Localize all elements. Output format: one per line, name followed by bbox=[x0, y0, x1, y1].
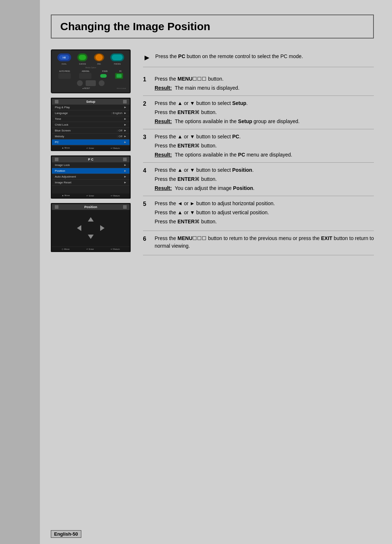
menu-auto-adjust: Auto Adjustment ► bbox=[52, 174, 130, 180]
setup-menu-header: Setup bbox=[52, 99, 130, 105]
step-3-result: Result: The options available in the PC … bbox=[155, 151, 374, 159]
reset-row: ● RESET BN59-00404A bbox=[54, 87, 127, 89]
step-4: 4 Press the ▲ or ▼ button to select Posi… bbox=[143, 163, 374, 196]
s-mode-button bbox=[77, 53, 87, 61]
menu-blue-screen: Blue Screen : Off ► bbox=[52, 128, 130, 134]
step-2-main2: Press the ENTER⌘ button. bbox=[155, 109, 374, 116]
step-2-content: Press the ▲ or ▼ button to select Setup.… bbox=[155, 100, 374, 125]
step-4-main2: Press the ENTER⌘ button. bbox=[155, 175, 374, 183]
pc-menu-footer: ▲ Move ↵ Enter ↩ Return bbox=[52, 194, 130, 198]
step-2-result: Result: The options available in the Set… bbox=[155, 118, 374, 125]
intro-text: Press the PC button on the remote contro… bbox=[155, 53, 303, 60]
step-3: 3 Press the ▲ or ▼ button to select PC. … bbox=[143, 129, 374, 163]
step-2-result-text: The options available in the Setup group… bbox=[175, 118, 374, 125]
arrow-right-icon bbox=[100, 225, 105, 231]
step-2-result-label: Result: bbox=[155, 118, 172, 125]
arrow-down-icon bbox=[88, 235, 94, 239]
title-box: Changing the Image Position bbox=[51, 15, 374, 38]
product-code: BN59-00404A bbox=[117, 88, 126, 89]
main-content: Changing the Image Position I·II bbox=[40, 0, 392, 544]
pc-menu-header: P C bbox=[52, 157, 130, 162]
position-arrows-area bbox=[52, 210, 130, 246]
3ng-button bbox=[94, 53, 104, 61]
reset-label: ● RESET bbox=[82, 87, 90, 89]
step-6-main: Press the MENU☐☐☐ button to return to th… bbox=[155, 235, 374, 250]
two-col-layout: I·II DUAL S.MODE 3NG P.MOD bbox=[51, 49, 374, 255]
small-icon-row bbox=[54, 80, 127, 86]
page-title: Changing the Image Position bbox=[60, 20, 210, 32]
remote-control-image: I·II DUAL S.MODE 3NG P.MOD bbox=[51, 49, 131, 93]
step-1: 1 Press the MENU☐☐☐ button. Result: The … bbox=[143, 72, 374, 96]
right-col-instructions: ► Press the PC button on the remote cont… bbox=[143, 49, 374, 255]
menu-language: Language : English ► bbox=[52, 110, 130, 116]
step-3-num: 3 bbox=[143, 133, 150, 159]
step-1-main: Press the MENU☐☐☐ button. bbox=[155, 75, 374, 83]
step-4-num: 4 bbox=[143, 166, 150, 192]
setup-menu-footer: ▲ Move ↵ Enter ↩ Return bbox=[52, 146, 130, 150]
arrow-left-icon bbox=[77, 225, 81, 231]
page-footer: English-50 bbox=[40, 531, 81, 537]
second-row-labels: AUTO PROG ADD/DEL P.SIZE PC bbox=[54, 70, 127, 72]
menu-melody: Melody : Off ► bbox=[52, 134, 130, 139]
step-3-result-text: The options available in the PC menu are… bbox=[175, 151, 374, 159]
step-4-result-label: Result: bbox=[155, 184, 172, 192]
page-number: English-50 bbox=[51, 530, 81, 538]
menu-position-item: Position ► bbox=[52, 168, 130, 174]
step-2-num: 2 bbox=[143, 100, 150, 125]
step-3-result-label: Result: bbox=[155, 151, 172, 159]
step-5-num: 5 bbox=[143, 200, 150, 227]
step-3-content: Press the ▲ or ▼ button to select PC. Pr… bbox=[155, 133, 374, 159]
intro-step: ► Press the PC button on the remote cont… bbox=[143, 49, 374, 67]
position-screen: Position ◇ Move bbox=[51, 203, 131, 252]
step-1-result-text: The main menu is displayed. bbox=[175, 84, 374, 92]
step-5: 5 Press the ◄ or ► button to adjust hori… bbox=[143, 196, 374, 231]
menu-image-reset: Image Reset ► bbox=[52, 180, 130, 186]
position-header: Position bbox=[52, 204, 130, 210]
step-5-main1: Press the ◄ or ► button to adjust horizo… bbox=[155, 200, 374, 207]
left-col-images: I·II DUAL S.MODE 3NG P.MOD bbox=[51, 49, 134, 255]
button-row-2 bbox=[54, 73, 127, 79]
step-3-main1: Press the ▲ or ▼ button to select PC. bbox=[155, 133, 374, 141]
step-1-result-label: Result: bbox=[155, 84, 172, 92]
step-1-result: Result: The main menu is displayed. bbox=[155, 84, 374, 92]
step-5-main2: Press the ▲ or ▼ button to adjust vertic… bbox=[155, 209, 374, 216]
step-6: 6 Press the MENU☐☐☐ button to return to … bbox=[143, 231, 374, 255]
menu-time: Time ► bbox=[52, 116, 130, 122]
step-2: 2 Press the ▲ or ▼ button to select Setu… bbox=[143, 96, 374, 129]
menu-plug-play: Plug & Play ► bbox=[52, 105, 130, 110]
step-5-main3: Press the ENTER⌘ button. bbox=[155, 218, 374, 226]
setup-menu-screen: Setup Plug & Play ► Language : English ►… bbox=[51, 98, 131, 151]
mode-labels: DUAL S.MODE 3NG P.MODE bbox=[54, 63, 127, 65]
step-4-result: Result: You can adjust the image Positio… bbox=[155, 184, 374, 192]
arrow-up-icon bbox=[88, 217, 94, 222]
step-4-main1: Press the ▲ or ▼ button to select Positi… bbox=[155, 166, 374, 174]
step-4-content: Press the ▲ or ▼ button to select Positi… bbox=[155, 166, 374, 192]
left-sidebar bbox=[0, 0, 40, 544]
p-mode-button bbox=[110, 53, 124, 61]
step-5-content: Press the ◄ or ► button to adjust horizo… bbox=[155, 200, 374, 227]
pc-menu-screen: P C Image Lock ► Position ► Auto Adjustm… bbox=[51, 155, 131, 199]
menu-image-lock: Image Lock ► bbox=[52, 162, 130, 168]
position-footer: ◇ Move ↵ Enter ↩ Return bbox=[52, 247, 130, 251]
dual-button: I·II bbox=[57, 53, 71, 61]
remote-top-row: I·II bbox=[54, 53, 127, 61]
step-2-main1: Press the ▲ or ▼ button to select Setup. bbox=[155, 100, 374, 107]
intro-arrow-icon: ► bbox=[143, 53, 151, 62]
step-4-result-text: You can adjust the image Position. bbox=[175, 184, 374, 192]
step-6-content: Press the MENU☐☐☐ button to return to th… bbox=[155, 235, 374, 251]
step-6-num: 6 bbox=[143, 235, 150, 251]
media-option-label: Media Option bbox=[54, 66, 127, 69]
step-3-main2: Press the ENTER⌘ button. bbox=[155, 142, 374, 150]
menu-pc-item: PC ► bbox=[52, 139, 130, 145]
menu-child-lock: Child Lock ► bbox=[52, 122, 130, 128]
horizontal-arrows bbox=[77, 225, 105, 231]
directional-arrows bbox=[77, 217, 105, 239]
step-1-content: Press the MENU☐☐☐ button. Result: The ma… bbox=[155, 75, 374, 92]
step-1-num: 1 bbox=[143, 75, 150, 92]
